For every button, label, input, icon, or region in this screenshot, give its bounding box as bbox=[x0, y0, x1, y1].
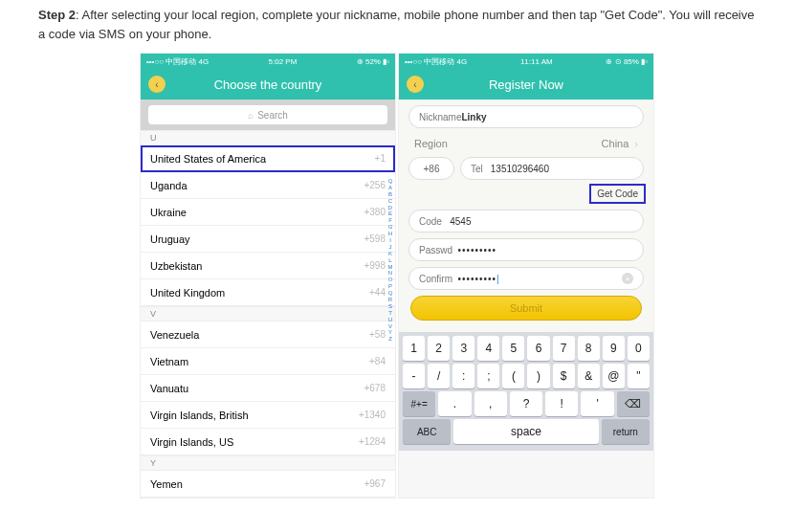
key[interactable]: ! bbox=[545, 391, 578, 416]
country-row[interactable]: Virgin Islands, British+1340 bbox=[141, 402, 395, 429]
key[interactable]: " bbox=[628, 364, 650, 388]
country-row[interactable]: Uzbekistan+998 bbox=[141, 253, 395, 279]
key[interactable]: @ bbox=[603, 364, 625, 388]
key[interactable]: #+= bbox=[403, 391, 435, 416]
key[interactable]: - bbox=[403, 364, 425, 388]
chevron-right-icon: › bbox=[634, 138, 638, 149]
key[interactable]: 0 bbox=[628, 336, 650, 361]
back-button[interactable]: ‹ bbox=[407, 76, 424, 93]
key[interactable]: , bbox=[474, 391, 507, 416]
page-title: Register Now bbox=[489, 78, 563, 92]
status-carrier: •••○○ 中国移动 4G bbox=[146, 56, 209, 67]
country-row[interactable]: Yemen+967 bbox=[141, 471, 395, 498]
search-input[interactable]: ⌕ Search bbox=[148, 105, 387, 124]
alpha-index[interactable]: QABCDEFGHIJKLMNOPQRSTUVYZ bbox=[386, 178, 395, 343]
key[interactable]: ) bbox=[527, 364, 549, 388]
key[interactable]: ABC bbox=[403, 419, 451, 444]
nickname-field[interactable]: NicknameLinky bbox=[408, 105, 644, 128]
header-bar: ‹ Register Now bbox=[399, 69, 653, 100]
key[interactable]: return bbox=[602, 419, 650, 444]
key[interactable]: 1 bbox=[403, 336, 425, 361]
country-row[interactable]: Vietnam+84 bbox=[141, 348, 395, 375]
status-battery: ⊕ 52% ▮▫ bbox=[357, 57, 389, 66]
key[interactable]: $ bbox=[553, 364, 575, 388]
key[interactable]: 2 bbox=[428, 336, 450, 361]
status-carrier: •••○○ 中国移动 4G bbox=[405, 56, 467, 67]
step-instructions: Step 2: After selecting your local regio… bbox=[38, 6, 756, 43]
key[interactable]: 8 bbox=[578, 336, 600, 361]
search-wrap: ⌕ Search bbox=[141, 100, 395, 130]
phone-left: •••○○ 中国移动 4G 5:02 PM ⊕ 52% ▮▫ ‹ Choose … bbox=[140, 53, 396, 499]
get-code-button[interactable]: Get Code bbox=[591, 186, 644, 202]
country-row[interactable]: Ukraine+380 bbox=[141, 199, 395, 226]
search-placeholder: Search bbox=[257, 110, 288, 121]
key[interactable]: 6 bbox=[527, 336, 549, 361]
country-row[interactable]: Uganda+256 bbox=[141, 172, 395, 199]
key[interactable]: ' bbox=[581, 391, 613, 416]
country-row[interactable]: Vanuatu+678 bbox=[141, 375, 395, 402]
confirm-field[interactable]: Confirm •••••••••| × bbox=[408, 267, 644, 290]
key[interactable]: ⌫ bbox=[617, 391, 650, 416]
key[interactable]: 3 bbox=[452, 336, 474, 361]
page-title: Choose the country bbox=[214, 78, 322, 92]
submit-button[interactable]: Submit bbox=[410, 296, 642, 321]
country-row[interactable]: Virgin Islands, US+1284 bbox=[141, 429, 395, 455]
phone-right: •••○○ 中国移动 4G 11:11 AM ⊕ ⊙ 85% ▮▫ ‹ Regi… bbox=[398, 53, 654, 499]
password-field[interactable]: Passwd ••••••••• bbox=[408, 238, 644, 261]
keyboard: 1234567890 -/:;()$&@" #+=.,?!'⌫ ABCspace… bbox=[399, 332, 653, 451]
tel-field[interactable]: Tel 13510296460 bbox=[460, 157, 644, 180]
country-code[interactable]: +86 bbox=[408, 157, 454, 180]
key[interactable]: 9 bbox=[603, 336, 625, 361]
key[interactable]: : bbox=[452, 364, 474, 388]
key[interactable]: space bbox=[453, 419, 598, 444]
section-header-u: U bbox=[141, 130, 395, 145]
key[interactable]: / bbox=[428, 364, 450, 388]
country-row[interactable]: United Kingdom+44 bbox=[141, 279, 395, 306]
country-row[interactable]: Venezuela+58 bbox=[141, 321, 395, 348]
section-header-y: Y bbox=[141, 455, 395, 471]
status-bar: •••○○ 中国移动 4G 11:11 AM ⊕ ⊙ 85% ▮▫ bbox=[399, 54, 653, 69]
status-time: 5:02 PM bbox=[269, 57, 298, 66]
step-label: Step 2 bbox=[38, 8, 76, 22]
key[interactable]: ? bbox=[510, 391, 542, 416]
key[interactable]: 5 bbox=[502, 336, 524, 361]
key[interactable]: 7 bbox=[553, 336, 575, 361]
clear-icon[interactable]: × bbox=[622, 273, 633, 284]
country-list[interactable]: U United States of America+1 Uganda+256 … bbox=[141, 130, 395, 498]
status-battery: ⊕ ⊙ 85% ▮▫ bbox=[606, 57, 648, 66]
key[interactable]: . bbox=[438, 391, 471, 416]
key[interactable]: ; bbox=[477, 364, 499, 388]
section-header-v: V bbox=[141, 306, 395, 321]
step-body: : After selecting your local region, com… bbox=[38, 8, 754, 41]
key[interactable]: ( bbox=[502, 364, 524, 388]
back-button[interactable]: ‹ bbox=[148, 76, 165, 93]
header-bar: ‹ Choose the country bbox=[141, 69, 395, 100]
country-row[interactable]: United States of America+1 bbox=[141, 145, 395, 172]
country-row[interactable]: Uruguay+598 bbox=[141, 226, 395, 253]
key[interactable]: & bbox=[578, 364, 600, 388]
status-bar: •••○○ 中国移动 4G 5:02 PM ⊕ 52% ▮▫ bbox=[141, 54, 395, 69]
region-row[interactable]: Region China› bbox=[408, 134, 644, 157]
code-field[interactable]: Code 4545 bbox=[408, 210, 644, 233]
key[interactable]: 4 bbox=[477, 336, 499, 361]
status-time: 11:11 AM bbox=[520, 57, 553, 66]
search-icon: ⌕ bbox=[248, 110, 254, 121]
